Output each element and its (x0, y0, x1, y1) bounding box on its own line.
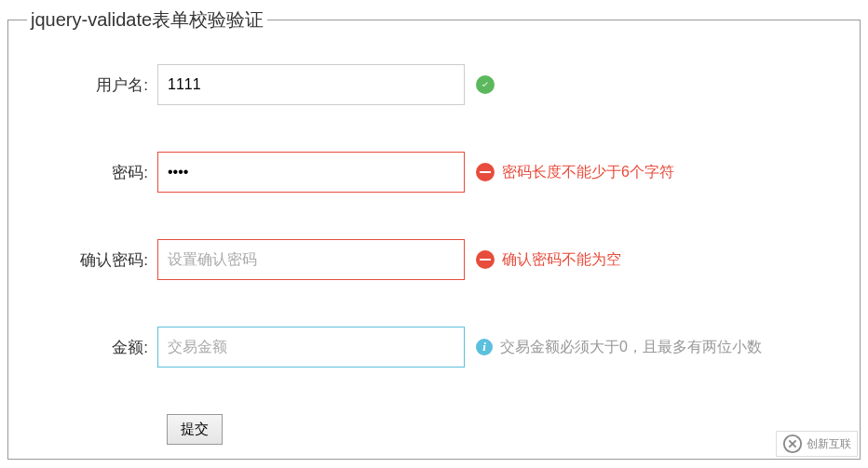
feedback-username (476, 75, 502, 94)
label-amount: 金额: (27, 337, 157, 358)
watermark-text: 创新互联 (807, 436, 851, 452)
error-message-confirm: 确认密码不能为空 (502, 250, 621, 270)
watermark: 创新互联 (776, 431, 858, 457)
feedback-confirm: 确认密码不能为空 (476, 250, 621, 270)
info-message-amount: 交易金额必须大于0，且最多有两位小数 (500, 338, 762, 357)
input-password[interactable] (157, 152, 465, 193)
row-confirm: 确认密码: 确认密码不能为空 (27, 239, 841, 280)
label-confirm: 确认密码: (27, 249, 157, 271)
watermark-logo-icon (782, 434, 803, 454)
label-password: 密码: (27, 162, 157, 183)
input-amount[interactable] (157, 327, 465, 368)
label-username: 用户名: (27, 74, 157, 96)
row-amount: 金额: 交易金额必须大于0，且最多有两位小数 (27, 327, 841, 368)
error-icon (476, 250, 495, 269)
error-message-password: 密码长度不能少于6个字符 (502, 163, 674, 182)
submit-button[interactable]: 提交 (167, 414, 223, 445)
row-submit: 提交 (167, 414, 841, 445)
input-confirm[interactable] (157, 239, 465, 280)
check-icon (476, 75, 495, 94)
form-fieldset: jquery-validate表单校验验证 用户名: 密码: 密码长度不能少于6… (7, 7, 861, 460)
info-icon (476, 339, 493, 355)
form-legend: jquery-validate表单校验验证 (27, 7, 267, 33)
row-password: 密码: 密码长度不能少于6个字符 (27, 152, 841, 193)
input-username[interactable] (157, 64, 465, 105)
row-username: 用户名: (27, 64, 841, 105)
error-icon (476, 163, 495, 181)
feedback-password: 密码长度不能少于6个字符 (476, 163, 674, 182)
feedback-amount: 交易金额必须大于0，且最多有两位小数 (476, 338, 762, 357)
